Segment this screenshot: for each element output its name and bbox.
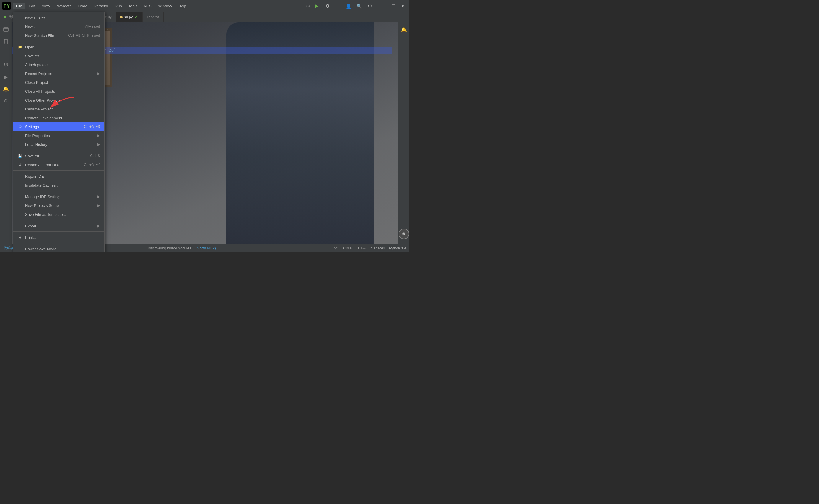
save-all-label: Save All (25, 154, 84, 158)
menu-window[interactable]: Window (155, 3, 175, 9)
repair-label: Repair IDE (25, 174, 100, 179)
remote-icon (17, 115, 23, 120)
save-template-label: Save File as Template... (25, 212, 100, 217)
menu-item-save-as[interactable]: Save As... (13, 51, 104, 60)
export-label: Export (25, 224, 95, 228)
new-projects-setup-label: New Projects Setup (25, 203, 95, 208)
menu-item-power-save[interactable]: Power Save Mode (13, 244, 104, 252)
menu-item-new-project[interactable]: New Project... (13, 13, 104, 22)
dropdown-overlay[interactable]: New Project... New... Alt+Insert New Scr… (0, 12, 409, 252)
remote-label: Remote Development... (25, 116, 100, 120)
menu-item-save-all[interactable]: 💾 Save All Ctrl+S (13, 151, 104, 160)
rename-icon (17, 106, 23, 112)
menu-item-close-other[interactable]: Close Other Projects (13, 96, 104, 105)
title-bar-right: sa ▶ ⚙ ⋮ 👤 🔍 ⚙ − □ ✕ (306, 2, 407, 10)
attach-label: Attach project... (25, 63, 100, 67)
run-button[interactable]: ▶ (313, 2, 321, 10)
new-icon (17, 24, 23, 29)
settings-gear-icon: ⚙ (17, 124, 23, 129)
invalidate-label: Invalidate Caches... (25, 183, 100, 187)
menu-vcs[interactable]: VCS (141, 3, 155, 9)
menu-bar: File Edit View Navigate Code Refactor Ru… (13, 3, 306, 9)
menu-view[interactable]: View (39, 3, 53, 9)
close-other-icon (17, 97, 23, 103)
rename-label: Rename Project... (25, 107, 100, 111)
reload-label: Reload All from Disk (25, 163, 78, 167)
search-button[interactable]: 🔍 (355, 2, 363, 10)
repair-icon (17, 174, 23, 179)
menu-item-repair-ide[interactable]: Repair IDE (13, 172, 104, 181)
menu-navigate[interactable]: Navigate (53, 3, 74, 9)
profile-button[interactable]: 👤 (345, 2, 353, 10)
export-arrow: ▶ (97, 224, 100, 228)
menu-item-invalidate[interactable]: Invalidate Caches... (13, 181, 104, 190)
settings-shortcut: Ctrl+Alt+S (84, 125, 100, 129)
window-controls: − □ ✕ (380, 2, 407, 10)
menu-item-manage-ide[interactable]: Manage IDE Settings ▶ (13, 192, 104, 201)
menu-refactor[interactable]: Refactor (91, 3, 111, 9)
close-all-icon (17, 89, 23, 94)
menu-item-remote-dev[interactable]: Remote Development... (13, 113, 104, 122)
menu-item-open[interactable]: 📁 Open... (13, 43, 104, 51)
close-button[interactable]: ✕ (399, 2, 407, 10)
menu-item-reload-all[interactable]: ↺ Reload All from Disk Ctrl+Alt+Y (13, 160, 104, 169)
project-name: sa (306, 4, 310, 8)
menu-item-new-projects-setup[interactable]: New Projects Setup ▶ (13, 201, 104, 210)
menu-item-print[interactable]: 🖨 Print... (13, 233, 104, 242)
menu-edit[interactable]: Edit (26, 3, 38, 9)
menu-item-file-props[interactable]: File Properties ▶ (13, 131, 104, 140)
invalidate-icon (17, 182, 23, 188)
menu-item-local-history[interactable]: Local History ▶ (13, 140, 104, 149)
save-as-label: Save As... (25, 54, 100, 58)
menu-item-export[interactable]: Export ▶ (13, 221, 104, 230)
menu-tools[interactable]: Tools (125, 3, 140, 9)
menu-item-recent-projects[interactable]: Recent Projects ▶ (13, 69, 104, 78)
menu-file[interactable]: File (13, 3, 25, 9)
close-all-label: Close All Projects (25, 89, 100, 94)
manage-ide-label: Manage IDE Settings (25, 195, 95, 199)
menu-help[interactable]: Help (175, 3, 189, 9)
svg-text:PY: PY (4, 4, 10, 9)
separator-4 (13, 191, 104, 191)
print-icon: 🖨 (17, 235, 23, 240)
save-all-shortcut: Ctrl+S (90, 154, 100, 158)
menu-item-save-template[interactable]: Save File as Template... (13, 210, 104, 219)
new-projects-setup-icon (17, 203, 23, 208)
menu-code[interactable]: Code (75, 3, 90, 9)
power-save-label: Power Save Mode (25, 247, 100, 251)
menu-run[interactable]: Run (112, 3, 125, 9)
separator-1 (13, 41, 104, 41)
more-button[interactable]: ⋮ (334, 2, 342, 10)
ide-settings-button[interactable]: ⚙ (366, 2, 374, 10)
settings-label: Settings... (25, 125, 78, 129)
menu-item-new-scratch[interactable]: New Scratch File Ctrl+Alt+Shift+Insert (13, 31, 104, 40)
local-history-arrow: ▶ (97, 142, 100, 146)
new-project-icon (17, 15, 23, 20)
menu-item-new[interactable]: New... Alt+Insert (13, 22, 104, 31)
new-shortcut: Alt+Insert (85, 25, 100, 29)
settings-button[interactable]: ⚙ (323, 2, 332, 10)
menu-item-attach-project[interactable]: Attach project... (13, 60, 104, 69)
app-logo: PY (2, 2, 11, 10)
maximize-button[interactable]: □ (389, 2, 398, 10)
local-history-label: Local History (25, 142, 95, 147)
power-save-icon (17, 246, 23, 252)
menu-item-close-project[interactable]: Close Project (13, 78, 104, 87)
close-project-icon (17, 80, 23, 85)
menu-item-rename-project[interactable]: Rename Project... (13, 105, 104, 113)
minimize-button[interactable]: − (380, 2, 388, 10)
save-as-icon (17, 53, 23, 58)
open-label: Open... (25, 45, 100, 49)
menu-item-close-all[interactable]: Close All Projects (13, 87, 104, 96)
file-props-label: File Properties (25, 133, 95, 138)
new-project-label: New Project... (25, 16, 100, 20)
new-scratch-shortcut: Ctrl+Alt+Shift+Insert (68, 33, 100, 37)
file-dropdown-menu: New Project... New... Alt+Insert New Scr… (13, 12, 105, 252)
separator-7 (13, 243, 104, 243)
manage-ide-icon (17, 194, 23, 199)
recent-arrow: ▶ (97, 71, 100, 76)
menu-item-settings[interactable]: ⚙ Settings... Ctrl+Alt+S (13, 122, 104, 131)
attach-icon (17, 62, 23, 67)
recent-icon (17, 71, 23, 76)
export-icon (17, 223, 23, 229)
